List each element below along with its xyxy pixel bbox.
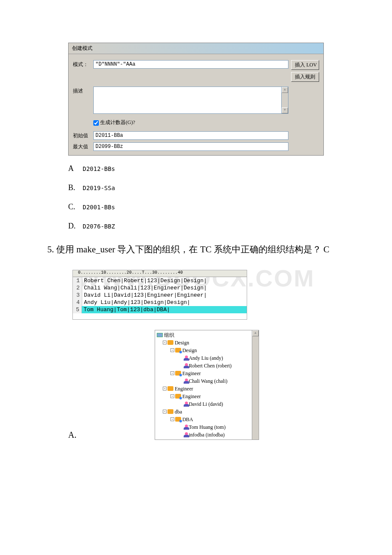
option-value: D2076-BBZ: [83, 223, 115, 230]
tree-scrollbar[interactable]: ▲: [252, 330, 259, 439]
line-number: 5: [73, 306, 82, 313]
user-icon: [185, 402, 188, 405]
tree-toggle-icon[interactable]: -: [163, 410, 167, 413]
question-answer: C: [323, 244, 329, 254]
description-input[interactable]: [93, 87, 282, 114]
tree-toggle-icon[interactable]: -: [170, 394, 174, 398]
tree-toggle-icon[interactable]: -: [170, 417, 174, 421]
editor-line: 2Chali Wang|Chali|123|Engineer|Design|: [73, 284, 247, 292]
ruler-marks: 0........10........20....T...30........4…: [78, 270, 183, 275]
option-b: B. D2019-SSa: [68, 183, 392, 192]
max-value-input[interactable]: [93, 142, 288, 151]
generate-counter-checkbox[interactable]: [93, 120, 99, 126]
option-value: D2001-BBs: [83, 204, 115, 211]
tree-label: Robert Chen (robert): [189, 362, 232, 370]
generate-counter-label: 生成计数器(G)?: [100, 119, 135, 125]
option-c: C. D2001-BBs: [68, 202, 392, 211]
description-label: 描述: [73, 87, 93, 95]
editor-line: 3David Li|David|123|Engineer|Engineer|: [73, 292, 247, 299]
tree-node[interactable]: Tom Huang (tom): [157, 423, 252, 431]
tree-toggle-icon[interactable]: -: [163, 387, 167, 390]
tree-node[interactable]: - Engineer: [157, 385, 252, 393]
scroll-down-icon[interactable]: ▼: [282, 107, 288, 113]
user-icon: [185, 379, 188, 382]
tree-label: Engineer: [182, 370, 201, 377]
code-text: Andy Liu|Andy|123|Design|Design|: [82, 299, 190, 306]
tree-node[interactable]: Robert Chen (robert): [157, 362, 252, 370]
code-text: Tom Huang|Tom|123|dba|DBA|: [82, 306, 247, 313]
org-icon: [157, 333, 163, 337]
tree-label: 组织: [164, 331, 174, 339]
tree-toggle-icon[interactable]: -: [170, 348, 174, 352]
user-icon: [185, 356, 188, 358]
insert-rule-button[interactable]: 插入规则: [291, 72, 319, 82]
tree-toggle-icon[interactable]: -: [163, 341, 167, 344]
init-value-label: 初始值: [73, 131, 93, 139]
role-icon: [175, 348, 181, 353]
init-value-input[interactable]: [93, 131, 288, 140]
tree-label: Engineer: [175, 385, 193, 393]
option-d: D. D2076-BBZ: [68, 222, 392, 231]
tree-node[interactable]: - Design: [157, 347, 252, 354]
tree-label: Chali Wang (chali): [189, 377, 228, 385]
option-a: A D2012-BBs: [68, 164, 392, 173]
tree-label: dba: [175, 408, 182, 416]
tree-node[interactable]: Chali Wang (chali): [157, 377, 252, 385]
tree-label: Engineer: [182, 393, 201, 400]
question5-text: 5. 使用 make_user 导入下图的组织，在 TC 系统中正确的组织结构是…: [38, 243, 354, 257]
tree-root[interactable]: 组织: [157, 331, 252, 339]
line-number: 1: [73, 277, 82, 284]
role-icon: [175, 417, 181, 422]
tree-node[interactable]: - Design: [157, 339, 252, 347]
question-body: 使用 make_user 导入下图的组织，在 TC 系统中正确的组织结构是？: [56, 244, 321, 254]
code-text: Robert Chen|Robert|123|Design|Design|: [82, 277, 207, 284]
user-icon: [185, 425, 188, 428]
tree-node[interactable]: - Engineer: [157, 393, 252, 400]
option-letter: B.: [68, 183, 81, 192]
option-letter: A: [68, 164, 81, 173]
code-text: David Li|David|123|Engineer|Engineer|: [82, 292, 207, 299]
org-tree-panel: 组织- Design- Design Andy Liu (andy) Rober…: [155, 330, 259, 440]
tree-label: David Li (david): [189, 400, 223, 408]
option-value: D2019-SSa: [83, 185, 115, 191]
tree-node[interactable]: - dba: [157, 408, 252, 416]
tree-label: DBA: [182, 416, 193, 423]
tree-label: Tom Huang (tom): [189, 423, 225, 431]
group-icon: [167, 386, 173, 391]
role-icon: [175, 371, 181, 376]
max-value-label: 最大值: [73, 142, 93, 150]
tree-node[interactable]: David Li (david): [157, 400, 252, 408]
tree-label: Andy Liu (andy): [189, 354, 223, 362]
tree-toggle-icon[interactable]: -: [170, 371, 174, 375]
pattern-input[interactable]: [93, 60, 288, 69]
textarea-scrollbar[interactable]: ▲ ▼: [282, 87, 288, 114]
scroll-up-icon[interactable]: ▲: [282, 87, 288, 93]
tree-node[interactable]: infodba (infodba): [157, 431, 252, 439]
code-text: Chali Wang|Chali|123|Engineer|Design|: [82, 284, 207, 292]
answer-a-letter: A.: [68, 430, 76, 440]
line-number: 3: [73, 292, 82, 299]
editor-line: 5Tom Huang|Tom|123|dba|DBA|: [73, 306, 247, 313]
create-pattern-dialog: 创建模式 模式： 插入 LOV 插入规则 描述 ▲ ▼ 生成计数器(G)?: [68, 43, 324, 156]
question-number: 5.: [47, 244, 54, 254]
insert-lov-button[interactable]: 插入 LOV: [291, 60, 319, 70]
scroll-up-icon[interactable]: ▲: [252, 330, 259, 336]
tree-node[interactable]: - DBA: [157, 416, 252, 423]
editor-line: 4Andy Liu|Andy|123|Design|Design|: [73, 299, 247, 306]
editor-ruler: 0........10........20....T...30........4…: [73, 270, 247, 277]
tree-node[interactable]: - Engineer: [157, 370, 252, 377]
group-icon: [167, 409, 173, 414]
tree-label: infodba (infodba): [189, 431, 225, 439]
option-value: D2012-BBs: [83, 165, 115, 172]
tree-label: Design: [175, 339, 189, 347]
line-number: 4: [73, 299, 82, 306]
editor-line: 1Robert Chen|Robert|123|Design|Design|: [73, 277, 247, 284]
group-icon: [167, 340, 173, 345]
line-number: 2: [73, 284, 82, 292]
dialog-title: 创建模式: [69, 43, 323, 54]
tree-label: Design: [182, 347, 197, 354]
tree-node[interactable]: Andy Liu (andy): [157, 354, 252, 362]
option-letter: C.: [68, 202, 81, 211]
question4-options: A D2012-BBs B. D2019-SSa C. D2001-BBs D.…: [68, 164, 392, 231]
pattern-label: 模式：: [73, 60, 93, 68]
